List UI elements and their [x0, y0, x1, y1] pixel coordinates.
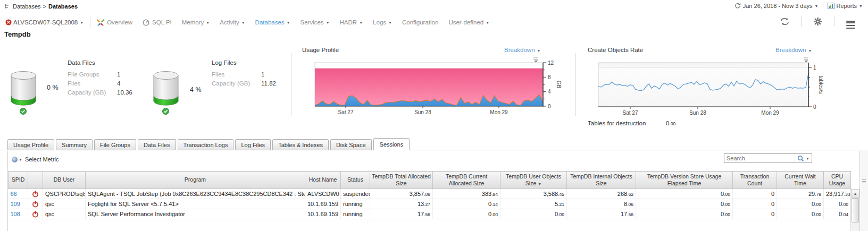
session-row[interactable]: 108qscSQL Server Performance Investigato… [9, 209, 851, 219]
select-metric-label: Select Metric [25, 156, 59, 162]
nav-item-services[interactable]: Services▼ [301, 19, 330, 25]
host-cell: 10.1.69.159 [305, 209, 341, 219]
metric-cell: 0.00 [824, 199, 851, 209]
usage-profile-chart[interactable]: 04812Sat 27Sun 28Mon 29GB [298, 57, 564, 118]
column-header-host-name[interactable]: Host Name [305, 172, 341, 189]
scrollbar-up-icon[interactable]: ▲ [851, 189, 859, 198]
tab-usage-profile[interactable]: Usage Profile [7, 139, 54, 150]
nav-item-sql-pi[interactable]: SQL PI [143, 19, 172, 26]
spid-link[interactable]: 108 [11, 211, 20, 217]
settings-gear-button[interactable] [808, 17, 828, 26]
nav-item-overview[interactable]: Overview [97, 19, 132, 26]
nav-item-databases[interactable]: Databases▼ [255, 19, 290, 25]
page: Databases > Databases Jan 26, 2018 - Now… [0, 0, 868, 231]
select-metric-button[interactable]: ▼ Select Metric [12, 156, 59, 162]
create-objects-rate-breakdown-link[interactable]: Breakdown▼ [775, 47, 812, 53]
column-header-status[interactable]: Status [341, 172, 370, 189]
column-header-transaction-count[interactable]: Transaction Count [733, 172, 777, 189]
time-range-selector[interactable]: Jan 26, 2018 - Now 3 days [743, 3, 813, 9]
search-icon[interactable]: ▼ [795, 154, 812, 162]
session-row[interactable]: 66QSCPROD\sqlsvcSQLAgent - TSQL JobStep … [9, 189, 851, 199]
nav-item-logs[interactable]: Logs▼ [373, 19, 392, 25]
divider [801, 16, 802, 27]
reports-menu[interactable]: Reports [837, 3, 857, 9]
nav-item-activity[interactable]: Activity▼ [220, 19, 245, 25]
search-input[interactable] [724, 155, 795, 161]
table-scrollbar[interactable]: ▲ [850, 189, 859, 231]
nav-item-user-defined[interactable]: User-defined▼ [448, 19, 489, 25]
nav-item-memory[interactable]: Memory▼ [182, 19, 210, 25]
column-header-tempdb-version-store-usage-elapsed-time[interactable]: TempDB Version Store Usage Elapsed Time [636, 172, 733, 189]
usage-profile-breakdown-link[interactable]: Breakdown▼ [504, 47, 540, 53]
metric-cell: 0.00 [433, 209, 500, 219]
column-header-cpu-usage[interactable]: CPU Usage [824, 172, 851, 189]
divider [834, 16, 834, 27]
tables-for-destruction-label: Tables for destruction [588, 120, 646, 126]
time-range-arrow-icon[interactable]: ▼ [815, 4, 819, 8]
column-header-tempdb-internal-objects-size[interactable]: TempDB Internal Objects Size [567, 172, 636, 189]
divider [823, 2, 823, 10]
svg-text:Sun 28: Sun 28 [414, 109, 431, 115]
reports-arrow-icon[interactable]: ▼ [859, 4, 863, 8]
data-files-row: File Groups1 [68, 71, 132, 80]
data-files-row: Capacity (GB)10.36 [68, 89, 132, 98]
tab-summary[interactable]: Summary [56, 139, 93, 150]
svg-text:Mon 29: Mon 29 [761, 110, 779, 116]
svg-text:0: 0 [813, 104, 816, 110]
menu-hamburger-button[interactable] [841, 19, 861, 23]
scrollbar-thumb[interactable] [852, 198, 859, 223]
metric-cell: 5.21 [500, 199, 567, 209]
column-header-spid[interactable]: SPID [9, 172, 28, 189]
column-header-tempdb-current-allocated-size[interactable]: TempDB Current Allocated Size [433, 172, 500, 189]
metric-cell: 0 [733, 189, 777, 199]
kill-session-cell [28, 199, 43, 209]
column-header-db-user[interactable]: DB User [43, 172, 86, 189]
create-objects-rate-chart[interactable]: 01Sat 27Sun 28Mon 29tables/s [579, 57, 845, 118]
metric-cell: 0.14 [433, 199, 500, 209]
sqlpi-icon [143, 19, 149, 26]
select-metric-arrow-icon: ▼ [19, 158, 22, 161]
server-selector[interactable]: ALVSCDW07-SQL2008 ▼ [5, 19, 84, 25]
program-cell: Foglight for SQL Server <5.7.5.41> [86, 199, 305, 209]
kill-session-icon[interactable] [32, 191, 39, 198]
column-header-current-wait-time[interactable]: Current Wait Time [777, 172, 824, 189]
column-header-tempdb-total-allocated-size[interactable]: TempDB Total Allocated Size [370, 172, 433, 189]
metric-cell: 0.00 [636, 189, 733, 199]
session-row[interactable]: 109qscFoglight for SQL Server <5.7.5.41>… [9, 199, 851, 209]
svg-text:Sun 28: Sun 28 [689, 110, 706, 116]
column-header-program[interactable]: Program [86, 172, 305, 189]
metric-cell: 0.04 [824, 209, 851, 219]
tab-sessions[interactable]: Sessions [373, 138, 410, 150]
column-header-kill[interactable] [28, 172, 43, 189]
tab-file-groups[interactable]: File Groups [94, 139, 136, 150]
right-gutter [860, 151, 868, 231]
server-name: ALVSCDW07-SQL2008 [13, 19, 78, 25]
kill-session-icon[interactable] [32, 211, 39, 218]
nav-item-hadr[interactable]: HADR▼ [340, 19, 363, 25]
data-files-title: Data Files [68, 59, 95, 66]
data-files-rows: File Groups1Files4Capacity (GB)10.36 [68, 71, 132, 98]
kill-session-cell [28, 189, 43, 199]
log-files-row: Capacity (GB)11.82 [212, 80, 276, 89]
spid-link[interactable]: 66 [11, 191, 17, 197]
page-title: Tempdb [4, 30, 31, 38]
refresh-button[interactable] [775, 18, 795, 25]
kill-session-icon[interactable] [32, 201, 39, 208]
program-cell: SQL Server Performance Investigator [86, 209, 305, 219]
tab-log-files[interactable]: Log Files [235, 139, 271, 150]
tab-data-files[interactable]: Data Files [138, 139, 176, 150]
spid-link[interactable]: 109 [11, 201, 20, 207]
metric-cell: 0.00 [777, 199, 824, 209]
breadcrumb-parent[interactable]: Databases [13, 3, 41, 10]
log-files-title: Log Files [212, 59, 237, 66]
tab-disk-space[interactable]: Disk Space [330, 139, 372, 150]
column-header-tempdb-user-objects-size[interactable]: TempDB User Objects Size▼ [500, 172, 567, 189]
tab-transaction-logs[interactable]: Transaction Logs [178, 139, 234, 150]
metric-cell: 0.00 [777, 209, 824, 219]
panel-resize-grip[interactable] [862, 178, 866, 184]
data-files-row: Files4 [68, 80, 132, 89]
nav-item-configuration[interactable]: Configuration [402, 19, 438, 25]
tab-tables-indexes[interactable]: Tables & Indexes [272, 139, 329, 150]
svg-text:Sat 27: Sat 27 [623, 110, 638, 116]
db-user-cell: qsc [43, 199, 86, 209]
